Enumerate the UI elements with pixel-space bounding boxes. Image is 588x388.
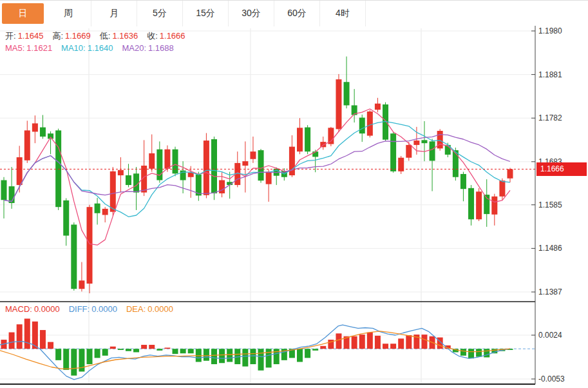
macd-bar xyxy=(156,349,162,351)
macd-value: 0.0000 xyxy=(34,304,60,314)
candle-body xyxy=(453,150,459,177)
candle-body xyxy=(32,123,38,131)
candle-body xyxy=(219,180,225,193)
ma-legend: MA5:1.1621MA10:1.1640MA20:1.1688 xyxy=(5,43,183,53)
macd-bar xyxy=(180,349,186,353)
candle-body xyxy=(102,209,108,215)
y-axis-tick-label: 1.1782 xyxy=(538,113,562,122)
macd-bar xyxy=(87,349,93,364)
candle-body xyxy=(460,174,466,189)
macd-bar xyxy=(359,335,365,349)
candle-body xyxy=(430,141,435,160)
open-value: 1.1645 xyxy=(18,31,44,41)
macd-bar xyxy=(266,349,272,367)
macd-bar xyxy=(320,346,326,349)
macd-bar xyxy=(48,342,53,349)
candle-body xyxy=(55,130,61,207)
macd-bar xyxy=(110,347,116,349)
macd-bar xyxy=(141,345,147,349)
macd-bar xyxy=(305,349,310,358)
macd-bar xyxy=(242,349,248,366)
candle-body xyxy=(110,171,116,212)
candle-body xyxy=(211,139,217,193)
ma10-value: 1.1640 xyxy=(88,43,113,53)
candle-body xyxy=(468,188,474,219)
close-label: 收: xyxy=(147,31,158,41)
candle-body xyxy=(421,140,427,143)
macd-bar xyxy=(102,349,108,356)
low-label: 低: xyxy=(100,31,111,41)
candle-body xyxy=(24,130,30,160)
last-price-tag: 1.1666 xyxy=(536,162,587,176)
trading-chart-app: 日周月5分15分30分60分4时 1.19801.18811.17821.168… xyxy=(0,0,588,388)
dea-label: DEA: xyxy=(126,304,146,314)
candle-body xyxy=(17,157,23,185)
candle-body xyxy=(242,161,248,166)
macd-bar xyxy=(352,336,357,349)
macd-bar xyxy=(55,349,61,360)
candle-body xyxy=(507,169,513,178)
low-value: 1.1636 xyxy=(112,31,138,41)
macd-bar xyxy=(383,344,388,349)
macd-bar xyxy=(406,335,412,349)
ma10-label: MA10: xyxy=(61,43,86,53)
macd-bar xyxy=(219,349,225,363)
diff-value: 0.0000 xyxy=(91,304,117,314)
macd-bar xyxy=(24,318,30,349)
macd-legend: MACD:0.0000DIFF:0.0000DEA:0.0000 xyxy=(5,304,182,314)
macd-bar xyxy=(312,349,318,351)
macd-bar xyxy=(484,349,489,357)
candle-body xyxy=(336,79,341,129)
candle-body xyxy=(149,153,155,169)
ma5-line xyxy=(4,109,510,245)
ma5-label: MA5: xyxy=(5,43,24,53)
y-axis-tick-label: 1.1387 xyxy=(538,287,562,296)
candle-body xyxy=(1,180,7,200)
ma20-value: 1.1688 xyxy=(148,43,174,53)
macd-label: MACD: xyxy=(5,304,32,314)
macd-bar xyxy=(126,349,131,351)
ma5-value: 1.1621 xyxy=(26,43,52,53)
macd-bar xyxy=(95,349,100,358)
candle-body xyxy=(413,141,419,145)
macd-bar xyxy=(460,349,466,356)
macd-bar xyxy=(476,349,482,356)
y-axis-tick-label: 1.1585 xyxy=(538,200,562,209)
macd-bar xyxy=(204,349,209,361)
candle-body xyxy=(63,200,69,236)
macd-axis-tick-label: -0.0053 xyxy=(538,374,565,383)
candle-body xyxy=(204,141,209,195)
candle-body xyxy=(297,128,303,151)
ma20-label: MA20: xyxy=(122,43,146,53)
candle-body xyxy=(164,150,170,169)
candle-body xyxy=(188,173,194,177)
candle-body xyxy=(250,151,256,159)
macd-bar xyxy=(258,349,264,371)
macd-bar xyxy=(9,333,15,349)
macd-bar xyxy=(63,349,69,370)
candle-body xyxy=(499,180,505,197)
candle-body xyxy=(9,186,15,203)
y-axis-tick-label: 1.1486 xyxy=(538,244,562,253)
chart-canvas[interactable]: 1.19801.18811.17821.16831.15851.14861.13… xyxy=(0,0,588,388)
macd-bar xyxy=(336,333,341,349)
candle-body xyxy=(375,104,381,110)
macd-bar xyxy=(367,333,373,349)
candle-body xyxy=(406,145,412,158)
macd-axis-tick-label: 0.0024 xyxy=(538,331,562,340)
macd-bar xyxy=(133,349,139,352)
candle-body xyxy=(126,175,131,185)
candle-body xyxy=(79,280,84,289)
high-value: 1.1669 xyxy=(65,31,91,41)
candle-body xyxy=(173,150,178,174)
candle-body xyxy=(258,150,264,180)
candle-body xyxy=(71,225,77,289)
macd-bar xyxy=(227,349,232,362)
macd-bar xyxy=(297,349,303,362)
macd-bar xyxy=(17,324,23,349)
macd-bar xyxy=(173,349,178,354)
candle-body xyxy=(87,207,93,284)
macd-bar xyxy=(188,349,194,353)
macd-bar xyxy=(468,349,474,358)
candle-body xyxy=(118,170,124,175)
